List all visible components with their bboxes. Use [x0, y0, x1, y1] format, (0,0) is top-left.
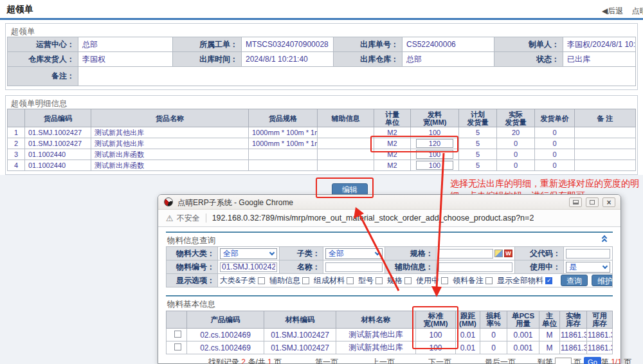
field-label: 父代码： [515, 247, 564, 260]
row-index: 2 [8, 138, 25, 149]
aux-info-input[interactable] [439, 262, 512, 272]
material-query-form: 物料大类： 全部 子类： 全部 规格： W 父代码： 物料编号： 名称： 辅助信… [166, 246, 613, 287]
prev-page-link[interactable]: 上一页 [372, 357, 395, 364]
query-row-3: 显示选项： 大类&子类 辅助信息 组成材料 型号 规格 使用中 领料备注 显示全… [167, 274, 613, 287]
item-actual-qty: 0 [497, 160, 535, 171]
order-panel-title: 超领单 [11, 26, 35, 37]
main-unit: M [539, 341, 560, 354]
field-label: 物料编号： [167, 260, 218, 274]
item-spec [249, 160, 318, 171]
field-label: 备注： [8, 67, 78, 86]
warning-icon: ⚠ [166, 214, 174, 223]
field-label: 仓库发货人： [8, 52, 78, 67]
option-item: 显示全部物料 [497, 275, 552, 286]
first-page-link[interactable]: 第一页 [315, 357, 338, 364]
last-page-link[interactable]: 最后一页 [485, 357, 516, 364]
col-header: 材料编码 [264, 311, 336, 329]
col-header: 跟距 (MM) [456, 311, 480, 329]
loss-rate: 0 [480, 329, 507, 341]
checkbox-checked[interactable] [545, 277, 552, 284]
chevron-down-icon [375, 250, 380, 255]
item-plan-qty: 5 [459, 149, 497, 160]
row-checkbox[interactable] [174, 343, 181, 350]
main-unit: M [539, 329, 560, 341]
row-checkbox[interactable] [174, 331, 181, 338]
pitch: 0.01 [456, 341, 480, 354]
parent-code-input[interactable] [566, 249, 610, 259]
go-button[interactable]: Go [584, 357, 601, 364]
col-header: 计划 发货量 [459, 109, 497, 127]
field-label: 出库仓库： [334, 52, 403, 67]
query-row-2: 物料编号： 名称： 辅助信息： 使用中： 是 [167, 260, 613, 274]
field-label: 出库时间： [173, 52, 242, 67]
item-plan-qty: 5 [459, 160, 497, 171]
table-row: 1 01.SMJ.1002427 测试新其他出库 1000mm * 100m *… [8, 127, 636, 138]
col-header: 单PCS 用量 [507, 311, 539, 329]
material-code-input[interactable] [220, 262, 277, 272]
item-spec: 1000mm * 100m * 1mm [249, 138, 318, 149]
checkbox[interactable] [258, 277, 265, 284]
remark-value [78, 67, 636, 86]
checkbox[interactable] [376, 277, 383, 284]
back-link[interactable]: ◀后退 [602, 6, 623, 15]
option-item: 大类&子类 [220, 275, 265, 286]
field-value: 总部 [78, 37, 173, 52]
material-name: 测试新其他出库 [336, 329, 416, 341]
table-row: 2 01.SMJ.1002427 测试新其他出库 1000mm * 100m *… [8, 138, 636, 149]
checkbox[interactable] [302, 277, 309, 284]
checkbox[interactable] [485, 277, 493, 284]
width-input[interactable] [416, 161, 453, 170]
window-controls [565, 197, 615, 207]
width-input[interactable] [416, 139, 453, 148]
field-value: 2024/8/1 10:21:40 [242, 52, 334, 67]
image-tool-icon[interactable] [494, 250, 503, 257]
spec-input[interactable] [439, 249, 493, 259]
col-header: 货品规格 [249, 109, 318, 127]
collapse-icon[interactable] [601, 236, 609, 244]
item-code: 01.SMJ.1002427 [25, 138, 91, 149]
item-remark [575, 149, 636, 160]
query-button[interactable]: 查询 [561, 275, 588, 286]
item-aux [318, 160, 374, 171]
goto-page-input[interactable] [555, 358, 572, 364]
close-icon[interactable] [602, 197, 615, 207]
address-bar[interactable]: ⚠ 不安全 192.168.0.32:789/mis/mrp/more_out_… [158, 210, 620, 227]
minimize-icon[interactable] [569, 197, 582, 207]
name-input[interactable] [325, 262, 383, 272]
result-section-title: 物料基本信息 [167, 300, 215, 309]
item-spec [249, 149, 318, 160]
product-code: 02.cs.1002469 [187, 341, 264, 354]
topbar-links: ◀后退 点晴 [602, 6, 643, 17]
order-row-1: 运营中心： 总部 所属工单： MTSCS0324070900028 出库单号： … [8, 37, 636, 52]
detail-panel-title: 超领单明细信息 [11, 98, 68, 109]
checkbox[interactable] [404, 277, 412, 284]
item-name: 测试新其他出库 [91, 138, 249, 149]
field-label: 所属工单： [173, 37, 242, 52]
word-tool-icon[interactable]: W [504, 250, 512, 257]
sub-class-select[interactable]: 全部 [325, 248, 383, 259]
col-header: 发料 宽(MM) [411, 109, 459, 127]
top-divider [0, 18, 643, 20]
brand-link[interactable]: 点晴 [632, 6, 643, 15]
item-aux [318, 138, 374, 149]
width-input[interactable] [416, 150, 453, 159]
popup-title-bar[interactable]: 点晴ERP子系统 - Google Chrome [158, 195, 620, 210]
display-options: 大类&子类 辅助信息 组成材料 型号 规格 使用中 领料备注 显示全部物料 查询… [220, 275, 610, 286]
checkbox[interactable] [347, 277, 354, 284]
restore-icon[interactable] [586, 197, 599, 207]
loss-rate: 0 [480, 341, 507, 354]
item-price: 0 [535, 149, 575, 160]
in-use-select[interactable]: 是 [566, 262, 610, 273]
checkbox[interactable] [441, 277, 448, 284]
option-item: 使用中 [416, 275, 448, 286]
item-actual-qty: 0 [497, 149, 535, 160]
col-header: 货品编码 [25, 109, 91, 127]
item-unit: M2 [374, 138, 411, 149]
app-logo-icon [164, 197, 173, 206]
field-value: 总部 [403, 52, 494, 67]
item-code: 01.SMJ.1002427 [25, 127, 91, 138]
maintain-material-button[interactable]: 维护物料 [592, 275, 612, 286]
item-price: 0 [535, 160, 575, 171]
big-class-select[interactable]: 全部 [220, 248, 277, 259]
next-page-link[interactable]: 下一页 [428, 357, 451, 364]
